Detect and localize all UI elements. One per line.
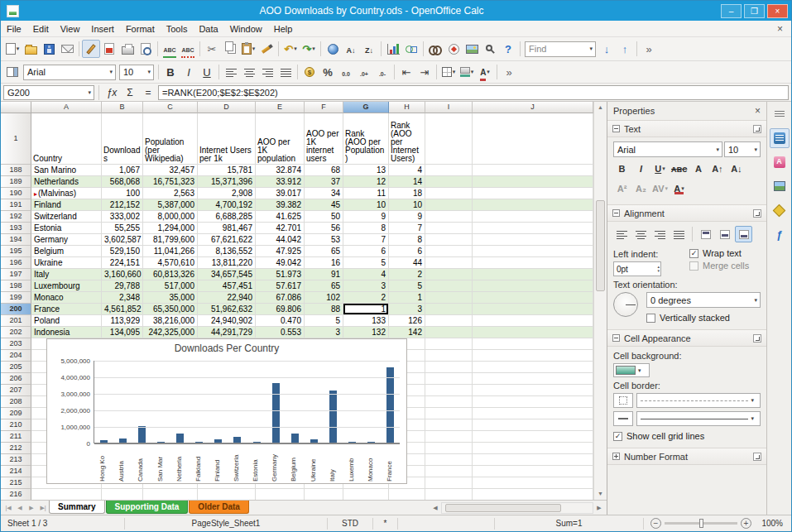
cell-f202[interactable]: 3 — [305, 327, 343, 338]
cell-g193[interactable]: 8 — [343, 223, 389, 234]
row-header-208[interactable]: 208 — [1, 396, 31, 408]
cell-h200[interactable]: 3 — [389, 304, 425, 315]
sidebar-close-icon[interactable]: × — [755, 105, 761, 117]
cell-e196[interactable]: 49.042 — [256, 257, 305, 269]
cell-c197[interactable]: 60,813,326 — [143, 269, 198, 280]
cell-j207[interactable] — [473, 385, 593, 396]
cell-f193[interactable]: 56 — [305, 223, 343, 234]
cell-h201[interactable]: 126 — [389, 315, 425, 327]
cell-g195[interactable]: 6 — [343, 246, 389, 257]
cell-c199[interactable]: 35,000 — [143, 292, 198, 304]
chevron-down-icon[interactable]: ▾ — [665, 185, 668, 192]
cell-b201[interactable]: 113,929 — [102, 315, 143, 327]
cell-h197[interactable]: 2 — [389, 269, 425, 280]
find-previous-button[interactable]: ↑ — [616, 40, 634, 58]
menu-window[interactable]: Window — [224, 22, 268, 36]
styles-formatting-button[interactable] — [3, 63, 22, 81]
shadow-button[interactable]: A — [689, 161, 707, 177]
chevron-down-icon[interactable]: ▾ — [107, 69, 115, 75]
cell-g189[interactable]: 12 — [343, 176, 389, 188]
sheet-tab-older-data[interactable]: Older Data — [189, 501, 249, 514]
chevron-down-icon[interactable]: ▾ — [294, 46, 297, 52]
cell-j197[interactable] — [473, 269, 593, 280]
new-button[interactable]: ▾ — [3, 40, 22, 58]
cell-e201[interactable]: 0.470 — [256, 315, 305, 327]
character-spacing-button[interactable]: AV▾ — [651, 180, 669, 197]
cell-i202[interactable] — [425, 327, 473, 338]
paste-button[interactable]: ▾ — [239, 40, 257, 58]
cell-c196[interactable]: 4,570,610 — [143, 257, 198, 269]
delete-decimal-button[interactable] — [373, 63, 391, 81]
shrink-font-button[interactable]: A↓ — [727, 161, 745, 177]
orientation-combo[interactable]: 0 degrees ▾ — [646, 292, 761, 308]
vertical-scroll-thumb[interactable] — [596, 200, 605, 291]
cell-f201[interactable]: 5 — [305, 315, 343, 327]
column-header-b[interactable]: B — [102, 102, 143, 113]
chevron-down-icon[interactable]: ▾ — [587, 46, 595, 52]
cell-b199[interactable]: 2,348 — [102, 292, 143, 304]
cell-e1[interactable]: AOO per 1K population — [256, 113, 305, 165]
cell-g199[interactable]: 2 — [343, 292, 389, 304]
properties-deck-button[interactable] — [770, 128, 790, 148]
spelling-button[interactable] — [161, 40, 179, 58]
cell-j188[interactable] — [473, 165, 593, 176]
chevron-down-icon[interactable]: ▾ — [748, 397, 756, 404]
align-left-button[interactable] — [222, 63, 240, 81]
cell-i201[interactable] — [425, 315, 473, 327]
cell-i213[interactable] — [425, 454, 473, 466]
navigator-button[interactable] — [444, 40, 463, 58]
clone-formatting-button[interactable] — [257, 40, 276, 58]
row-header-214[interactable]: 214 — [1, 466, 31, 477]
cell-e195[interactable]: 47.925 — [256, 246, 305, 257]
cell-b197[interactable]: 3,160,660 — [102, 269, 143, 280]
cell-e200[interactable]: 69.806 — [256, 304, 305, 315]
cell-d1[interactable]: Internet Users per 1k — [198, 113, 256, 165]
text-dialog-launcher-icon[interactable] — [753, 125, 761, 133]
autospellcheck-button[interactable] — [179, 40, 197, 58]
cell-e188[interactable]: 32.874 — [256, 165, 305, 176]
cell-j208[interactable] — [473, 396, 593, 408]
row-header-211[interactable]: 211 — [1, 431, 31, 443]
cell-g188[interactable]: 13 — [343, 165, 389, 176]
copy-button[interactable] — [221, 40, 239, 58]
cell-i199[interactable] — [425, 292, 473, 304]
sort-descending-button[interactable] — [360, 40, 378, 58]
cell-e198[interactable]: 57.617 — [256, 280, 305, 292]
spinner-arrows-icon[interactable]: ▴▾ — [657, 265, 660, 273]
cell-j195[interactable] — [473, 246, 593, 257]
cell-c202[interactable]: 242,325,000 — [143, 327, 198, 338]
orientation-dial[interactable] — [613, 292, 638, 317]
cell-b202[interactable]: 134,095 — [102, 327, 143, 338]
row-header-195[interactable]: 195 — [1, 246, 31, 257]
cell-a1[interactable]: Country — [31, 113, 102, 165]
last-sheet-button[interactable]: ▶| — [37, 505, 49, 511]
cell-a192[interactable]: Switzerland — [31, 211, 102, 223]
toolbar-more-button[interactable]: » — [640, 40, 658, 58]
cell-a200[interactable]: France — [31, 304, 102, 315]
border-style-button[interactable] — [613, 393, 633, 408]
increase-indent-button[interactable]: ⇥ — [415, 63, 434, 81]
cell-a216[interactable] — [31, 489, 102, 500]
cell-i207[interactable] — [425, 385, 473, 396]
cell-g1[interactable]: Rank (AOO per Population) — [343, 113, 389, 165]
align-center-vertical-button[interactable] — [716, 226, 733, 242]
cell-d191[interactable]: 4,700,192 — [198, 199, 256, 211]
cell-b190[interactable]: 100 — [102, 188, 143, 199]
cell-e191[interactable]: 39.382 — [256, 199, 305, 211]
italic-button[interactable]: I — [180, 63, 198, 81]
cell-g190[interactable]: 11 — [343, 188, 389, 199]
cell-g201[interactable]: 133 — [343, 315, 389, 327]
cell-a189[interactable]: Netherlands — [31, 176, 102, 188]
align-left-button[interactable] — [613, 226, 631, 242]
alignment-dialog-launcher-icon[interactable] — [753, 209, 761, 218]
cell-d216[interactable] — [198, 489, 256, 500]
superscript-button[interactable]: A² — [613, 180, 631, 197]
menu-tools[interactable]: Tools — [161, 22, 194, 36]
cell-i208[interactable] — [425, 396, 473, 408]
cell-j210[interactable] — [473, 419, 593, 431]
function-wizard-button[interactable]: ƒx — [103, 85, 120, 100]
sort-ascending-button[interactable] — [342, 40, 360, 58]
cell-f200[interactable]: 88 — [305, 304, 343, 315]
align-right-button[interactable] — [258, 63, 276, 81]
find-replace-button[interactable] — [426, 40, 444, 58]
